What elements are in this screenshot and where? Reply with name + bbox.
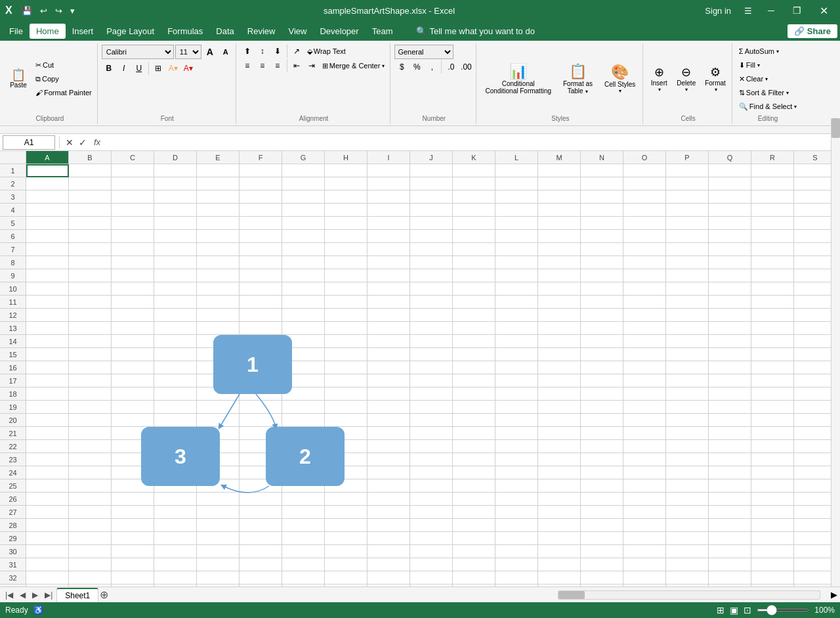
cell-30-4[interactable] — [197, 545, 240, 558]
col-header-B[interactable]: B — [69, 151, 112, 164]
cell-20-11[interactable] — [495, 414, 538, 427]
cell-28-10[interactable] — [453, 519, 495, 532]
cell-16-12[interactable] — [538, 361, 581, 374]
increase-decimal-button[interactable]: .00 — [459, 60, 473, 74]
cell-10-2[interactable] — [112, 282, 154, 296]
cell-1-8[interactable] — [368, 164, 410, 177]
cell-7-4[interactable] — [197, 243, 240, 256]
cell-13-8[interactable] — [368, 322, 410, 335]
cell-2-6[interactable] — [282, 177, 325, 190]
cell-8-16[interactable] — [709, 256, 751, 269]
cell-12-3[interactable] — [154, 309, 197, 322]
cell-25-16[interactable] — [709, 479, 751, 493]
cell-7-1[interactable] — [69, 243, 112, 256]
cell-21-10[interactable] — [453, 427, 495, 440]
cell-4-15[interactable] — [666, 204, 709, 217]
smartart-box-3[interactable]: 3 — [141, 427, 220, 486]
cell-32-8[interactable] — [368, 571, 410, 585]
cell-10-13[interactable] — [581, 282, 623, 296]
cell-28-11[interactable] — [495, 519, 538, 532]
cell-4-8[interactable] — [368, 204, 410, 217]
insert-button[interactable]: ⊕ Insert ▾ — [647, 63, 671, 95]
save-qat-button[interactable]: 💾 — [19, 5, 35, 17]
cell-27-17[interactable] — [751, 506, 794, 519]
cell-27-16[interactable] — [709, 506, 751, 519]
cell-16-9[interactable] — [410, 361, 453, 374]
col-header-I[interactable]: I — [368, 151, 410, 164]
scroll-right-button[interactable]: ▶ — [831, 590, 837, 600]
cell-31-9[interactable] — [410, 558, 453, 571]
cell-31-0[interactable] — [26, 558, 69, 571]
cell-14-8[interactable] — [368, 335, 410, 348]
row-num-22[interactable]: 22 — [0, 440, 26, 453]
cell-17-11[interactable] — [495, 374, 538, 387]
cell-6-12[interactable] — [538, 230, 581, 243]
cell-32-5[interactable] — [240, 571, 282, 585]
cell-28-15[interactable] — [666, 519, 709, 532]
col-header-G[interactable]: G — [282, 151, 325, 164]
cell-29-16[interactable] — [709, 532, 751, 545]
cell-31-7[interactable] — [325, 558, 368, 571]
cell-1-1[interactable] — [69, 164, 112, 177]
cell-12-15[interactable] — [666, 309, 709, 322]
cell-3-0[interactable] — [26, 190, 69, 204]
cell-22-13[interactable] — [581, 440, 623, 453]
italic-button[interactable]: I — [117, 62, 131, 75]
cell-7-11[interactable] — [495, 243, 538, 256]
cell-25-9[interactable] — [410, 479, 453, 493]
merge-center-button[interactable]: ⊞ Merge & Center ▾ — [320, 59, 388, 72]
cell-12-7[interactable] — [325, 309, 368, 322]
currency-button[interactable]: $ — [394, 60, 409, 74]
cell-11-1[interactable] — [69, 296, 112, 309]
cell-1-16[interactable] — [709, 164, 751, 177]
row-num-13[interactable]: 13 — [0, 322, 26, 335]
cell-2-7[interactable] — [325, 177, 368, 190]
row-num-8[interactable]: 8 — [0, 256, 26, 269]
cell-8-10[interactable] — [453, 256, 495, 269]
cell-6-15[interactable] — [666, 230, 709, 243]
cell-16-16[interactable] — [709, 361, 751, 374]
cell-27-1[interactable] — [69, 506, 112, 519]
cell-9-7[interactable] — [325, 269, 368, 282]
cell-23-16[interactable] — [709, 453, 751, 466]
cell-2-0[interactable] — [26, 177, 69, 190]
cell-12-12[interactable] — [538, 309, 581, 322]
col-header-E[interactable]: E — [197, 151, 240, 164]
cell-28-17[interactable] — [751, 519, 794, 532]
horizontal-scrollbar[interactable] — [558, 590, 820, 600]
cell-28-6[interactable] — [282, 519, 325, 532]
fill-button[interactable]: ⬇ Fill ▾ — [736, 58, 763, 72]
cell-12-1[interactable] — [69, 309, 112, 322]
cell-4-14[interactable] — [623, 204, 666, 217]
ribbon-collapse[interactable]: ∧ — [0, 125, 840, 133]
cell-29-3[interactable] — [154, 532, 197, 545]
cell-29-0[interactable] — [26, 532, 69, 545]
cell-14-0[interactable] — [26, 335, 69, 348]
zoom-slider[interactable] — [757, 609, 809, 611]
col-header-J[interactable]: J — [410, 151, 453, 164]
cell-15-12[interactable] — [538, 348, 581, 361]
cell-24-16[interactable] — [709, 466, 751, 479]
cell-3-12[interactable] — [538, 190, 581, 204]
cell-24-9[interactable] — [410, 466, 453, 479]
cell-3-3[interactable] — [154, 190, 197, 204]
cell-6-10[interactable] — [453, 230, 495, 243]
cell-29-13[interactable] — [581, 532, 623, 545]
cell-2-1[interactable] — [69, 177, 112, 190]
cell-20-16[interactable] — [709, 414, 751, 427]
cell-25-15[interactable] — [666, 479, 709, 493]
cell-6-8[interactable] — [368, 230, 410, 243]
cell-29-6[interactable] — [282, 532, 325, 545]
cell-14-12[interactable] — [538, 335, 581, 348]
cell-10-1[interactable] — [69, 282, 112, 296]
cell-12-4[interactable] — [197, 309, 240, 322]
cell-23-10[interactable] — [453, 453, 495, 466]
cell-18-0[interactable] — [26, 387, 69, 401]
cell-19-12[interactable] — [538, 401, 581, 414]
cell-18-12[interactable] — [538, 387, 581, 401]
cell-31-17[interactable] — [751, 558, 794, 571]
cell-8-5[interactable] — [240, 256, 282, 269]
row-num-17[interactable]: 17 — [0, 374, 26, 387]
cell-4-1[interactable] — [69, 204, 112, 217]
cell-19-9[interactable] — [410, 401, 453, 414]
